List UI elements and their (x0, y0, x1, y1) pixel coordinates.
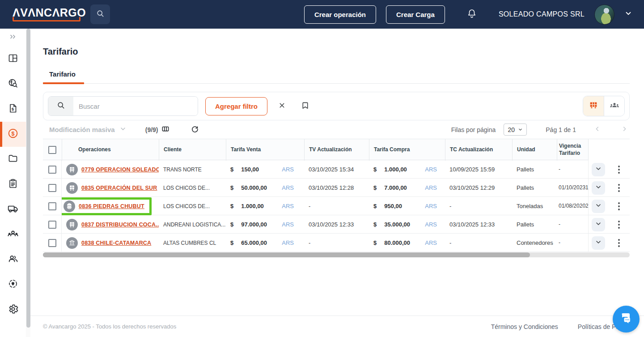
logo-text: ΛVΛNCΛRGO (13, 7, 80, 18)
header-cliente[interactable]: Cliente (159, 139, 226, 161)
notifications-button[interactable] (466, 8, 477, 21)
row-menu-button[interactable] (616, 237, 622, 249)
header-operaciones[interactable]: Operaciones (62, 139, 159, 161)
currency-code: ARS (425, 221, 437, 228)
operation-link[interactable]: 0835 OPERACIÓN DEL SUR (81, 185, 157, 191)
bulk-edit-label: Modificación masiva (49, 126, 115, 133)
account-menu-button[interactable] (624, 9, 632, 19)
expand-row-button[interactable] (592, 200, 605, 213)
sidebar-item-tariffs[interactable]: $ (0, 122, 26, 147)
operation-link[interactable]: 0838 CHILE-CATAMARCA (81, 240, 151, 246)
menu-cell (608, 234, 630, 252)
header-tv-actualizacion[interactable]: TV Actualización (304, 139, 369, 161)
column-count-group[interactable]: (9/9) (145, 124, 170, 135)
operation-cell: 0835 OPERACIÓN DEL SUR (62, 179, 159, 197)
horizontal-scrollbar-thumb[interactable] (43, 252, 530, 257)
rows-per-page-select[interactable]: 20 (504, 124, 527, 136)
footer: © Avancargo 2025 - Todos los derechos re… (30, 316, 644, 337)
row-checkbox[interactable] (48, 239, 56, 247)
tc-update-cell: 10/09/2025 15:59 (445, 160, 512, 179)
sidebar-item-folders[interactable] (0, 147, 26, 172)
expand-row-button[interactable] (592, 218, 605, 231)
tv-update-cell: - (304, 234, 369, 252)
sidebar-item-settings[interactable] (0, 297, 26, 322)
sidebar-item-billing[interactable]: $ (0, 97, 26, 122)
avancargo-logo[interactable]: ΛVΛNCΛRGO (13, 7, 80, 21)
chevron-down-icon (518, 126, 523, 133)
row-checkbox[interactable] (48, 221, 56, 229)
horizontal-scrollbar[interactable] (43, 252, 630, 257)
search-input[interactable] (73, 97, 198, 115)
tracking-icon (8, 278, 18, 291)
currency-code: ARS (425, 203, 437, 209)
sale-rate-cell: $65.000,00ARS (226, 234, 304, 252)
billing-icon: $ (8, 103, 18, 115)
row-menu-button[interactable] (616, 219, 622, 230)
folders-icon (8, 153, 18, 166)
tab-tarifario[interactable]: Tarifario (49, 70, 76, 83)
global-search-button[interactable] (90, 4, 110, 24)
sidebar-item-explore[interactable] (0, 72, 26, 97)
expand-row-button[interactable] (592, 163, 605, 176)
row-checkbox[interactable] (48, 202, 56, 210)
client-cell: LOS CHICOS DE... (159, 197, 226, 215)
validity-cell: - (557, 234, 588, 252)
vertical-scrollbar-thumb[interactable] (26, 29, 30, 328)
header-tc-actualizacion[interactable]: TC Actualización (445, 139, 512, 161)
next-page-button[interactable] (619, 124, 630, 136)
create-cargo-button[interactable]: Crear Carga (386, 5, 445, 24)
operation-cell: 0838 CHILE-CATAMARCA (62, 234, 159, 252)
vertical-scrollbar[interactable] (26, 29, 30, 337)
expand-row-button[interactable] (592, 236, 605, 250)
row-checkbox[interactable] (48, 184, 56, 192)
expand-row-button[interactable] (592, 181, 605, 195)
expand-cell (588, 234, 608, 252)
currency-symbol: $ (373, 184, 377, 191)
rows-per-page-value: 20 (508, 126, 515, 133)
chat-icon (619, 311, 633, 327)
create-operation-button[interactable]: Crear operación (304, 5, 376, 24)
table-view-button[interactable] (583, 96, 604, 116)
sidebar-item-contacts[interactable] (0, 247, 26, 272)
sidebar-item-orders[interactable] (0, 172, 26, 197)
search-submit-button[interactable] (48, 97, 73, 115)
add-filter-button[interactable]: Agregar filtro (205, 97, 267, 115)
operation-content: 0837 DISTRIBUCION COCA... (63, 218, 159, 231)
sale-rate-cell: $97.000,00ARS (226, 215, 304, 234)
sidebar-item-dashboard[interactable] (0, 47, 26, 72)
bulk-edit-dropdown[interactable]: Modificación masiva (49, 125, 127, 134)
row-checkbox[interactable] (48, 166, 56, 174)
refresh-button[interactable] (189, 123, 201, 137)
sidebar-expand-button[interactable] (0, 29, 26, 47)
clear-filters-button[interactable] (276, 100, 288, 112)
previous-page-button[interactable] (592, 124, 603, 136)
validity-cell: - (557, 215, 588, 234)
header-tarifa-venta[interactable]: Tarifa Venta (226, 139, 304, 161)
sidebar-item-team[interactable] (0, 222, 26, 247)
chat-widget-button[interactable] (613, 306, 640, 333)
row-menu-button[interactable] (616, 164, 622, 175)
row-menu-button[interactable] (616, 200, 622, 212)
header-tarifa-compra[interactable]: Tarifa Compra (369, 139, 445, 161)
select-all-checkbox[interactable] (48, 146, 56, 154)
sidebar-item-tracking[interactable] (0, 272, 26, 297)
search-icon (96, 9, 105, 20)
terms-link[interactable]: Términos y Condiciones (491, 323, 558, 330)
currency-code: ARS (282, 239, 294, 246)
header-vigencia-tarifario[interactable]: Vigencia Tarifario (557, 139, 588, 161)
operation-link[interactable]: 0836 PIEDRAS CHUBUT (79, 203, 144, 209)
header-unidad[interactable]: Unidad (512, 139, 557, 161)
save-filter-button[interactable] (299, 99, 311, 113)
group-view-button[interactable] (604, 96, 624, 116)
columns-icon (161, 124, 170, 135)
operation-link[interactable]: 0837 DISTRIBUCION COCA... (81, 222, 159, 228)
table-header: Operaciones Cliente Tarifa Venta TV Actu… (43, 139, 630, 160)
operation-link[interactable]: 0779 OPERACION SOLEADO (81, 166, 159, 173)
expand-cell (588, 160, 608, 179)
table-row: 0835 OPERACIÓN DEL SURLOS CHICOS DE...$5… (43, 179, 630, 197)
user-avatar[interactable] (594, 4, 614, 25)
account-name[interactable]: SOLEADO CAMPOS SRL (499, 10, 585, 18)
close-icon (278, 102, 286, 111)
row-menu-button[interactable] (616, 182, 622, 194)
sidebar-item-fleet[interactable] (0, 197, 26, 222)
